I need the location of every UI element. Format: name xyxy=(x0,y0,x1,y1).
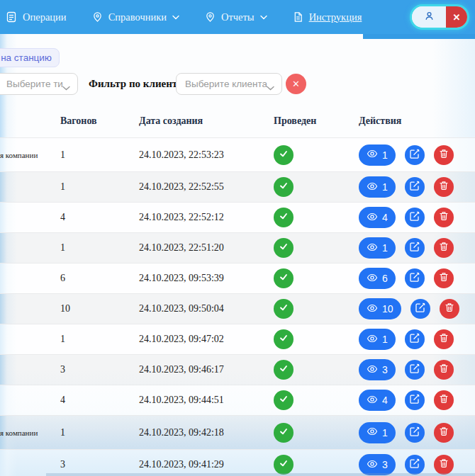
clear-filter-button[interactable]: ✕ xyxy=(286,74,306,94)
check-icon xyxy=(278,363,289,377)
column-header-posted: Проведен xyxy=(257,115,342,127)
nav-item-reports[interactable]: Отчеты xyxy=(205,11,267,23)
wagons-count: 1 xyxy=(44,334,123,345)
table-row: 3 24.10.2023, 09:41:29 3 xyxy=(0,449,475,476)
views-count: 1 xyxy=(382,427,388,438)
edit-button[interactable] xyxy=(405,208,425,227)
document-list-icon xyxy=(6,11,17,23)
posted-badge xyxy=(274,390,294,410)
views-button[interactable]: 3 xyxy=(359,359,396,380)
check-icon xyxy=(278,180,289,194)
views-button[interactable]: 1 xyxy=(359,329,396,350)
views-count: 4 xyxy=(382,395,388,406)
delete-button[interactable] xyxy=(440,299,459,319)
delete-button[interactable] xyxy=(434,145,454,165)
views-button[interactable]: 1 xyxy=(359,176,396,198)
user-button[interactable] xyxy=(412,6,446,28)
client-filter-label: Фильтр по клиенту xyxy=(89,73,183,95)
edit-button[interactable] xyxy=(405,329,425,349)
client-filter-select[interactable]: Выберите клиента xyxy=(176,73,282,95)
table-row: 10 24.10.2023, 09:50:04 10 xyxy=(0,293,475,324)
nav-item-operations[interactable]: Операции xyxy=(6,11,67,23)
views-count: 1 xyxy=(382,181,388,193)
views-button[interactable]: 4 xyxy=(359,390,396,411)
delete-button[interactable] xyxy=(434,423,454,443)
trash-icon xyxy=(445,302,454,315)
table-row: 6 24.10.2023, 09:53:39 6 xyxy=(0,263,475,293)
check-icon xyxy=(278,458,289,472)
views-button[interactable]: 10 xyxy=(359,298,401,319)
trash-icon xyxy=(439,333,449,346)
check-icon xyxy=(278,148,289,162)
created-date: 24.10.2023, 22:52:55 xyxy=(123,181,257,193)
views-count: 1 xyxy=(382,242,388,254)
trash-icon xyxy=(439,363,449,376)
trash-icon xyxy=(439,272,449,285)
wagons-count: 4 xyxy=(44,212,123,223)
top-navbar: Операции Справочники Отчеты xyxy=(0,0,475,34)
views-button[interactable]: 1 xyxy=(359,422,396,443)
edit-button[interactable] xyxy=(405,455,425,475)
table-header: Вагонов Дата создания Проведен Действия xyxy=(0,105,475,137)
delete-button[interactable] xyxy=(434,455,454,475)
wagons-count: 4 xyxy=(44,395,123,406)
edit-icon xyxy=(410,242,420,254)
edit-button[interactable] xyxy=(405,423,425,443)
delete-button[interactable] xyxy=(434,208,454,227)
posted-badge xyxy=(274,360,294,380)
chevron-down-icon xyxy=(267,82,274,93)
logout-button[interactable]: ✕ xyxy=(446,6,467,28)
nav-item-directories[interactable]: Справочники xyxy=(92,11,179,23)
edit-button[interactable] xyxy=(405,177,425,197)
station-button[interactable]: на станцию xyxy=(0,48,60,67)
edit-icon xyxy=(410,211,420,224)
check-icon xyxy=(278,210,289,225)
delete-button[interactable] xyxy=(434,329,454,349)
type-filter-select[interactable]: Выберите ти xyxy=(0,73,78,95)
wagons-count: 1 xyxy=(44,181,123,193)
delete-button[interactable] xyxy=(434,238,454,258)
views-count: 3 xyxy=(382,364,388,375)
edit-button[interactable] xyxy=(405,238,425,258)
delete-button[interactable] xyxy=(434,390,454,410)
trash-icon xyxy=(439,394,449,407)
eye-icon xyxy=(367,334,378,346)
views-count: 10 xyxy=(382,303,393,314)
nav-item-instruction[interactable]: Инструкция xyxy=(293,11,362,23)
table-row: 1 24.10.2023, 22:51:20 1 xyxy=(0,232,475,263)
edit-button[interactable] xyxy=(405,390,425,410)
edit-button[interactable] xyxy=(405,268,425,288)
table-row: я компании 1 24.10.2023, 09:42:18 xyxy=(0,415,475,449)
wagons-count: 10 xyxy=(44,303,123,314)
edit-icon xyxy=(410,149,420,162)
posted-badge xyxy=(274,299,294,319)
edit-button[interactable] xyxy=(410,299,430,319)
table-row: 4 24.10.2023, 22:52:12 4 xyxy=(0,202,475,232)
edit-button[interactable] xyxy=(405,145,425,165)
edit-icon xyxy=(410,426,420,439)
table-row: 1 24.10.2023, 09:47:02 1 xyxy=(0,324,475,354)
views-button[interactable]: 3 xyxy=(359,454,396,475)
check-icon xyxy=(278,302,289,316)
created-date: 24.10.2023, 09:50:04 xyxy=(123,303,257,314)
views-count: 1 xyxy=(382,149,388,161)
edit-button[interactable] xyxy=(405,360,425,380)
views-button[interactable]: 1 xyxy=(359,144,396,166)
close-icon: ✕ xyxy=(292,79,300,89)
delete-button[interactable] xyxy=(434,177,454,197)
table-row: 3 24.10.2023, 09:46:17 3 xyxy=(0,354,475,385)
views-button[interactable]: 1 xyxy=(359,237,396,259)
table-row: 1 24.10.2023, 22:52:55 1 xyxy=(0,171,475,202)
trash-icon xyxy=(439,149,449,162)
wagons-count: 3 xyxy=(44,459,123,470)
delete-button[interactable] xyxy=(434,360,454,380)
views-button[interactable]: 4 xyxy=(359,207,396,228)
created-date: 24.10.2023, 22:53:23 xyxy=(123,149,257,161)
views-button[interactable]: 6 xyxy=(359,268,396,289)
eye-icon xyxy=(367,273,378,285)
delete-button[interactable] xyxy=(434,268,454,288)
table-row: 4 24.10.2023, 09:44:51 4 xyxy=(0,385,475,415)
eye-icon xyxy=(367,242,378,254)
location-pin-icon xyxy=(92,11,103,23)
edit-icon xyxy=(415,302,425,315)
